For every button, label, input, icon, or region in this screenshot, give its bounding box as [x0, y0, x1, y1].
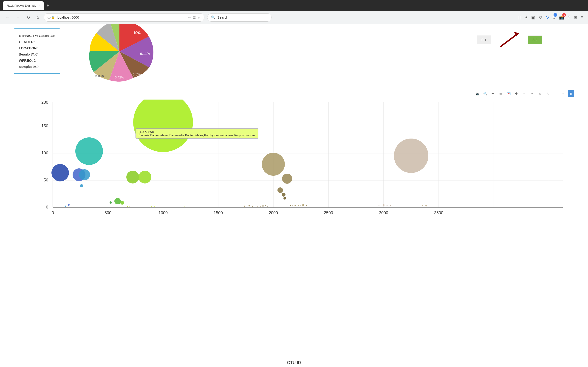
bubble-brown-dot10[interactable]	[292, 205, 293, 206]
extension-icon[interactable]: ●	[524, 14, 529, 21]
new-tab-button[interactable]: +	[44, 2, 51, 9]
back-button[interactable]: ←	[4, 14, 11, 21]
lasso-tool[interactable]: 💌	[505, 90, 512, 97]
bubble-dot-2[interactable]	[154, 206, 155, 207]
bubble-green-med[interactable]	[126, 171, 139, 184]
bubble-beige-dot3[interactable]	[387, 205, 388, 206]
more-options[interactable]: ···	[188, 15, 191, 19]
menu-icon[interactable]: ≡	[580, 14, 584, 21]
ext2-badge: 1	[562, 13, 566, 17]
barchart-tool[interactable]: ▮	[568, 90, 574, 97]
bubble-brown-dot13[interactable]	[300, 205, 301, 206]
pie-chart[interactable]: 10% 9.11% 6.55% 6.42% 6.03%	[60, 24, 179, 88]
bubble-brown-dot14[interactable]	[302, 204, 304, 206]
line-tool[interactable]: —	[552, 90, 559, 97]
forward-button[interactable]: →	[14, 14, 22, 21]
y-tick-100: 100	[41, 151, 48, 155]
refresh-button[interactable]: ↻	[25, 14, 32, 21]
bubble-beige-dot4[interactable]	[390, 205, 391, 206]
bubble-brown-dot3[interactable]	[252, 206, 253, 207]
bubble-brown-dot4[interactable]	[257, 206, 258, 207]
camera-tool[interactable]: 📷	[474, 90, 481, 97]
tooltip-coords: (1167, 163)	[138, 130, 255, 133]
bubble-brown-dot15[interactable]	[306, 205, 307, 206]
bubble-brown-sm2[interactable]	[282, 193, 285, 197]
select-tool[interactable]: ▭	[498, 90, 504, 97]
zoomin-tool[interactable]: ✚	[513, 90, 519, 97]
y-tick-200: 200	[41, 100, 48, 105]
bubble-brown-dot8[interactable]	[267, 206, 268, 207]
bubble-3[interactable]	[79, 169, 90, 180]
bubble-yg-1[interactable]	[127, 206, 128, 207]
bubble-large-lime[interactable]	[133, 100, 193, 152]
bubble-brown-dot11[interactable]	[295, 205, 296, 206]
edit-tool[interactable]: ✎	[544, 90, 551, 97]
zoom-tool[interactable]: 🔍	[482, 90, 488, 97]
bookmarks-icon[interactable]: |||	[518, 14, 523, 21]
c-badge: 5	[553, 13, 557, 17]
bubble-beige-dot1[interactable]	[379, 205, 380, 206]
help-icon[interactable]: ?	[567, 14, 571, 21]
bubble-beige-dot6[interactable]	[425, 205, 427, 206]
search-text: Search	[217, 15, 228, 19]
scatter-toolbar: 📷 🔍 ✛ ▭ 💌 ✚ − ↔ ⌂ ✎ — ≡ ▮	[474, 90, 574, 97]
pan-tool[interactable]: ↔	[529, 90, 535, 97]
bubble-brown-dot12[interactable]	[298, 205, 299, 206]
location-value: Beaufort/NC	[19, 52, 38, 56]
bubble-dot-1[interactable]	[151, 206, 152, 207]
bubble-brown-dot7[interactable]	[265, 205, 266, 206]
bubble-brown-sm1[interactable]	[277, 187, 283, 193]
bubble-dot-3[interactable]	[184, 206, 185, 207]
location-label: LOCATION:	[19, 46, 38, 50]
bubble-lime-sm[interactable]	[138, 171, 151, 184]
bubble-green-md[interactable]	[114, 198, 121, 204]
grid-icon[interactable]: ⊞	[573, 14, 578, 21]
extension2-icon[interactable]: 📸 1	[558, 14, 565, 21]
bookmark-icon[interactable]: ☆	[198, 15, 200, 19]
security-icon: ⓘ 🔒	[48, 15, 55, 19]
bubble-brown-med[interactable]	[282, 174, 292, 184]
legend-tool[interactable]: ≡	[560, 90, 566, 97]
ethnicity-value: Caucasian	[39, 34, 55, 38]
active-tab[interactable]: Flask Plotlyjs Example ×	[3, 1, 44, 10]
bubble-green-sm[interactable]	[110, 201, 112, 204]
bubble-teal[interactable]	[75, 137, 103, 165]
home-button[interactable]: ⌂	[35, 14, 41, 21]
bubble-brown-dot9[interactable]	[290, 205, 291, 206]
bubble-yg-2[interactable]	[130, 206, 130, 207]
bubble-6[interactable]	[65, 206, 66, 207]
bubble-beige-large[interactable]	[394, 139, 428, 173]
search-bar[interactable]: 🔍 Search	[207, 13, 271, 22]
bubble-brown-dot2[interactable]	[249, 205, 250, 206]
bubble-brown-dot5[interactable]	[260, 206, 261, 207]
sync-icon[interactable]: ↻	[538, 14, 543, 21]
bubble-5[interactable]	[68, 204, 69, 206]
x-tick-1500: 1500	[214, 211, 223, 215]
location-row: LOCATION: Beaufort/NC	[19, 45, 55, 57]
bubble-brown-dot1[interactable]	[244, 206, 245, 207]
wfreq-label: WFREQ:	[19, 58, 33, 62]
scatter-plot[interactable]: 0 50 100 150 200 0 500 1000 1500 2000 25…	[18, 100, 574, 219]
reader-view[interactable]: ☰	[193, 15, 196, 19]
tab-close-button[interactable]: ×	[38, 4, 40, 7]
bubble-brown-large[interactable]	[262, 153, 285, 176]
reset-tool[interactable]: ⌂	[536, 90, 543, 97]
top-legend: 0-1 8-9	[477, 31, 542, 49]
s-icon[interactable]: S	[545, 14, 550, 21]
bubble-brown-dot6[interactable]	[262, 205, 264, 207]
address-bar[interactable]: ⓘ 🔒 localhost:5000 ··· ☰ ☆	[44, 13, 204, 22]
bubble-1[interactable]	[52, 164, 69, 181]
bubble-beige-dot2[interactable]	[383, 204, 384, 206]
ethnicity-label: ETHNICITY:	[19, 34, 38, 38]
bubble-4[interactable]	[80, 184, 83, 187]
zoomout-tool[interactable]: −	[521, 90, 527, 97]
bubble-beige-dot5[interactable]	[422, 205, 423, 206]
crosshair-tool[interactable]: ✛	[490, 90, 496, 97]
reader-icon[interactable]: ▣	[530, 14, 536, 21]
address-icons: ··· ☰ ☆	[188, 15, 200, 19]
x-axis-label: OTU ID	[287, 360, 301, 365]
c-icon[interactable]: C 5	[552, 14, 556, 21]
bubble-brown-sm3[interactable]	[284, 197, 286, 200]
x-tick-3500: 3500	[434, 211, 443, 215]
bubble-green-sm2[interactable]	[120, 201, 124, 205]
